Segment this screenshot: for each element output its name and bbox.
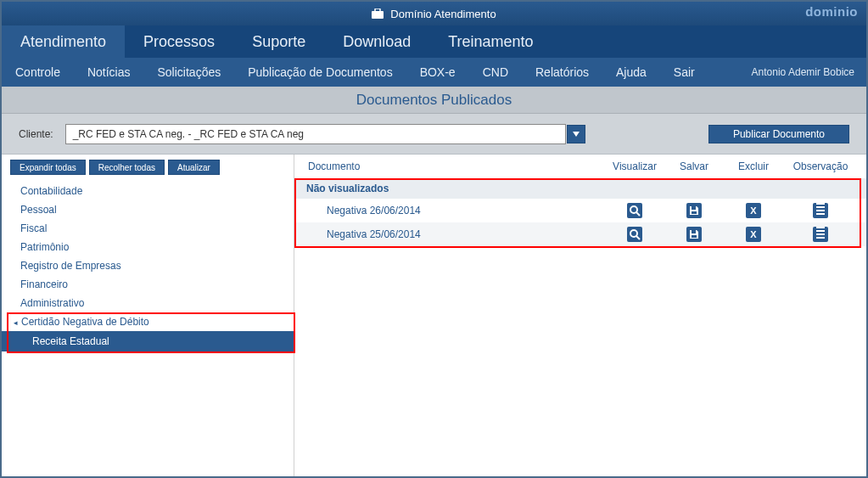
svg-rect-9 (692, 235, 697, 238)
tree-item-pessoal[interactable]: Pessoal (2, 200, 294, 219)
delete-icon[interactable]: X (746, 227, 761, 242)
right-pane: Documento Visualizar Salvar Excluir Obse… (294, 155, 866, 476)
refresh-button[interactable]: Atualizar (168, 160, 220, 175)
left-pane: Expandir todas Recolher todas Atualizar … (2, 155, 294, 476)
sub-tabs: Controle Notícias Solicitações Publicaçã… (2, 58, 866, 87)
svg-line-7 (636, 236, 640, 239)
tree-toolbar: Expandir todas Recolher todas Atualizar (2, 160, 294, 182)
chevron-down-icon[interactable] (567, 125, 585, 143)
col-header-excluir: Excluir (724, 160, 783, 172)
subtab-sair[interactable]: Sair (660, 58, 708, 87)
col-header-salvar: Salvar (664, 160, 724, 172)
table-header: Documento Visualizar Salvar Excluir Obse… (294, 155, 866, 178)
doc-name: Negativa 26/06/2014 (303, 205, 605, 217)
tree-item-financeiro[interactable]: Financeiro (2, 275, 294, 294)
content-area: Expandir todas Recolher todas Atualizar … (2, 155, 866, 476)
subtab-boxe[interactable]: BOX-e (406, 58, 469, 87)
tree-item-certidao-negativa[interactable]: Certidão Negativa de Débito (2, 312, 294, 331)
client-label: Cliente: (19, 128, 53, 140)
tab-treinamento[interactable]: Treinamento (429, 25, 552, 58)
save-icon[interactable] (686, 227, 702, 242)
view-icon[interactable] (627, 227, 642, 242)
titlebar: Domínio Atendimento dominio (2, 2, 866, 25)
client-row: Cliente: _RC FED e STA CA neg. - _RC FED… (2, 114, 866, 155)
col-header-observacao: Observação (783, 160, 858, 172)
client-select-value: _RC FED e STA CA neg. - _RC FED e STA CA… (66, 128, 565, 140)
subtab-ajuda[interactable]: Ajuda (602, 58, 660, 87)
main-tabs: Atendimento Processos Suporte Download T… (2, 25, 866, 58)
user-name: Antonio Ademir Bobice (740, 58, 866, 87)
svg-line-3 (636, 212, 640, 216)
client-select[interactable]: _RC FED e STA CA neg. - _RC FED e STA CA… (65, 124, 566, 144)
tab-processos[interactable]: Processos (125, 25, 233, 58)
tree-item-patrimonio[interactable]: Patrimônio (2, 238, 294, 256)
svg-point-2 (630, 206, 637, 213)
section-nao-visualizados: Não visualizados (294, 178, 866, 199)
save-icon[interactable] (686, 203, 702, 218)
doc-name: Negativa 25/06/2014 (303, 228, 605, 240)
view-icon[interactable] (627, 203, 642, 218)
notes-icon[interactable] (813, 227, 828, 242)
publish-document-button[interactable]: Publicar Documento (708, 125, 849, 143)
svg-rect-5 (692, 211, 697, 214)
subtab-relatorios[interactable]: Relatórios (522, 58, 602, 87)
subtab-publicacao-documentos[interactable]: Publicação de Documentos (234, 58, 406, 87)
subtab-noticias[interactable]: Notícias (74, 58, 144, 87)
collapse-all-button[interactable]: Recolher todas (89, 160, 165, 175)
notes-icon[interactable] (813, 203, 828, 218)
tree-subitem-receita-estadual[interactable]: Receita Estadual (2, 331, 294, 351)
svg-point-6 (630, 230, 637, 237)
subtab-cnd[interactable]: CND (469, 58, 522, 87)
table-row: Negativa 26/06/2014 X (294, 199, 866, 222)
category-tree: Contabilidade Pessoal Fiscal Patrimônio … (2, 182, 294, 351)
brand-logo: dominio (805, 4, 858, 19)
subtab-controle[interactable]: Controle (2, 58, 74, 87)
svg-rect-8 (692, 230, 696, 233)
expand-all-button[interactable]: Expandir todas (10, 160, 86, 175)
tab-atendimento[interactable]: Atendimento (2, 25, 125, 58)
table-row: Negativa 25/06/2014 X (294, 222, 866, 246)
col-header-documento: Documento (303, 160, 605, 172)
svg-rect-4 (692, 206, 696, 210)
app-title: Domínio Atendimento (390, 8, 496, 20)
table-highlighted-area: Não visualizados Negativa 26/06/2014 X N… (294, 178, 866, 246)
tree-item-fiscal[interactable]: Fiscal (2, 219, 294, 238)
svg-rect-1 (375, 8, 380, 12)
col-header-visualizar: Visualizar (605, 160, 664, 172)
delete-icon[interactable]: X (746, 203, 761, 218)
app-window: Domínio Atendimento dominio Atendimento … (0, 0, 868, 478)
tree-item-administrativo[interactable]: Administrativo (2, 294, 294, 312)
tree-item-contabilidade[interactable]: Contabilidade (2, 182, 294, 200)
tree-item-registro-empresas[interactable]: Registro de Empresas (2, 256, 294, 275)
briefcase-icon (372, 8, 384, 19)
tab-suporte[interactable]: Suporte (233, 25, 324, 58)
tab-download[interactable]: Download (324, 25, 429, 58)
subtab-solicitacoes[interactable]: Solicitações (144, 58, 235, 87)
tree-highlighted-group: Certidão Negativa de Débito Receita Esta… (2, 312, 294, 351)
page-title: Documentos Publicados (2, 87, 866, 114)
